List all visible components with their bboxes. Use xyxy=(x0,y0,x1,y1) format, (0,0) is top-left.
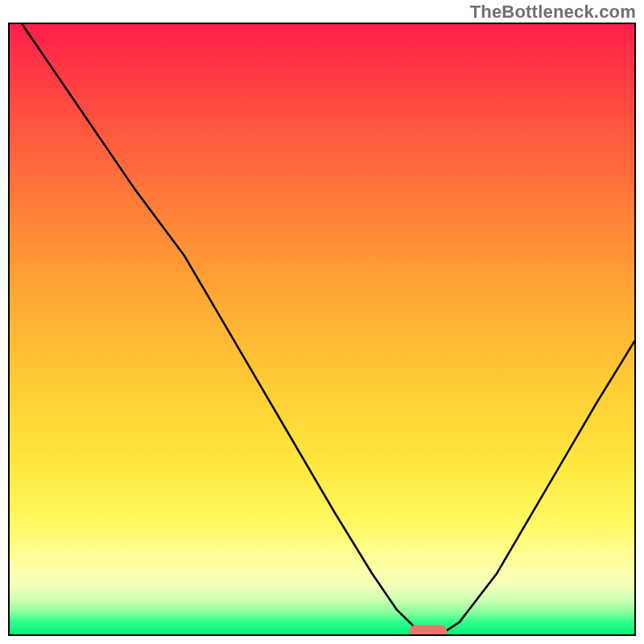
plot-frame xyxy=(8,23,636,636)
chart-container: TheBottleneck.com xyxy=(0,0,644,644)
bottleneck-curve xyxy=(23,24,634,634)
watermark-text: TheBottleneck.com xyxy=(470,2,636,23)
optimal-marker xyxy=(410,625,448,634)
curve-layer xyxy=(10,24,634,634)
